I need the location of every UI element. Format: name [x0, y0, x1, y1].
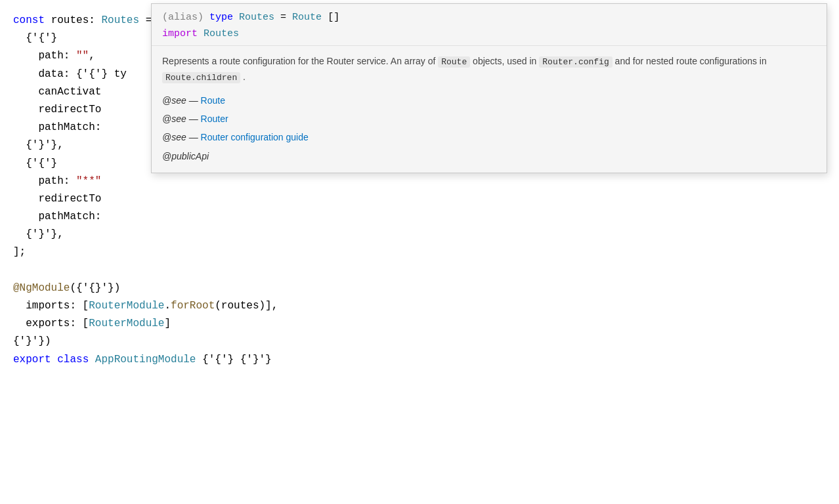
code-line-18: exports: [ RouterModule ] — [13, 315, 826, 333]
editor-container: const routes : Routes = [ (alias) type R… — [0, 0, 839, 504]
tooltip-description: Represents a route configuration for the… — [162, 54, 816, 85]
code-line-12: pathMatch: — [13, 208, 826, 226]
tooltip-signature-alias: (alias) type Routes = Route [] — [162, 10, 816, 26]
code-line-10: path: "**" — [13, 173, 826, 190]
code-line-15 — [13, 262, 826, 280]
tooltip-see-config-guide-link[interactable]: Router configuration guide — [201, 132, 309, 142]
code-line-17: imports: [ RouterModule . forRoot (route… — [13, 297, 826, 315]
tooltip-see-1: @see — Route — [162, 93, 816, 108]
code-line-19: {'}'} ) — [13, 333, 826, 350]
tooltip-header: (alias) type Routes = Route [] import Ro… — [152, 4, 827, 46]
tooltip-see-route-link[interactable]: Route — [201, 95, 225, 106]
code-area: const routes : Routes = [ (alias) type R… — [0, 7, 839, 374]
code-line-13: {'}'}, — [13, 226, 826, 243]
tooltip-see-2: @see — Router — [162, 112, 816, 126]
tooltip-code-route: Route — [438, 56, 470, 68]
tooltip-code-router-config: Router.config — [539, 56, 612, 68]
code-line-20: export class AppRoutingModule {'{'} {'}'… — [13, 351, 826, 369]
code-line-14: ]; — [13, 243, 826, 261]
tooltip-see-router-link[interactable]: Router — [201, 114, 228, 124]
tooltip-see-3: @see — Router configuration guide — [162, 130, 816, 144]
tooltip-popup: (alias) type Routes = Route [] import Ro… — [151, 3, 827, 173]
tooltip-code-route-children: Route.children — [162, 72, 240, 83]
keyword-const: const — [13, 12, 45, 30]
tooltip-signature-import: import Routes — [162, 27, 816, 42]
tooltip-body: Represents a route configuration for the… — [152, 46, 827, 173]
code-line-16: @NgModule ({'{}'}) — [13, 280, 826, 297]
tooltip-public-api: @publicApi — [162, 149, 816, 163]
code-line-11: redirectTo — [13, 190, 826, 208]
